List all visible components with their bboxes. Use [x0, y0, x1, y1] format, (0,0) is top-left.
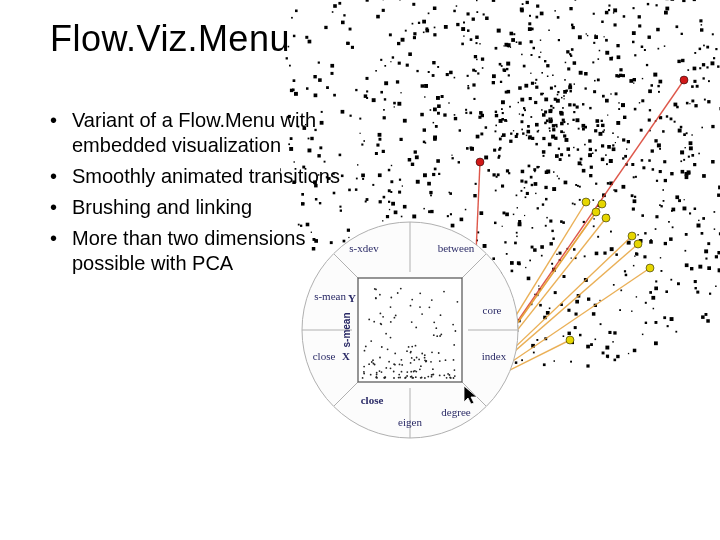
svg-rect-840 [605, 11, 609, 15]
svg-point-1133 [419, 306, 421, 308]
svg-point-1207 [394, 364, 396, 366]
svg-rect-774 [418, 22, 420, 24]
svg-rect-697 [476, 11, 478, 13]
svg-rect-307 [605, 154, 607, 156]
svg-rect-113 [597, 205, 599, 207]
svg-point-1164 [429, 306, 431, 308]
svg-rect-589 [318, 62, 320, 64]
svg-rect-638 [629, 79, 633, 83]
svg-rect-995 [542, 203, 544, 205]
svg-rect-70 [712, 33, 714, 35]
svg-point-1188 [406, 350, 408, 352]
svg-rect-237 [633, 7, 635, 9]
svg-rect-109 [515, 361, 518, 364]
svg-rect-761 [546, 217, 548, 219]
svg-rect-975 [637, 234, 638, 235]
svg-rect-393 [659, 116, 662, 119]
svg-rect-77 [525, 196, 527, 198]
svg-rect-721 [530, 176, 533, 179]
svg-rect-744 [477, 231, 479, 233]
svg-rect-462 [686, 102, 689, 105]
svg-rect-576 [376, 144, 379, 147]
svg-rect-965 [384, 81, 388, 85]
svg-rect-653 [633, 349, 637, 353]
svg-rect-18 [605, 346, 609, 350]
svg-rect-329 [604, 36, 605, 37]
svg-rect-7 [624, 270, 626, 272]
svg-rect-765 [594, 35, 598, 39]
svg-rect-57 [671, 210, 673, 212]
svg-rect-611 [636, 253, 639, 256]
svg-rect-762 [465, 109, 467, 111]
svg-rect-1010 [450, 213, 452, 215]
svg-point-1136 [394, 353, 396, 355]
svg-point-1178 [371, 361, 373, 363]
svg-rect-223 [683, 207, 687, 211]
svg-rect-681 [429, 191, 432, 194]
svg-rect-100 [472, 298, 474, 300]
svg-rect-477 [502, 226, 503, 227]
svg-rect-664 [432, 74, 435, 77]
svg-rect-185 [416, 240, 418, 242]
svg-rect-770 [581, 164, 583, 166]
svg-rect-704 [355, 188, 358, 191]
svg-point-1160 [453, 359, 455, 361]
svg-rect-879 [701, 232, 704, 235]
svg-point-1117 [388, 361, 390, 363]
svg-rect-677 [501, 65, 503, 67]
svg-rect-187 [451, 224, 455, 228]
svg-rect-851 [537, 131, 539, 133]
svg-rect-926 [661, 205, 663, 207]
svg-rect-849 [717, 65, 719, 67]
svg-rect-473 [648, 89, 652, 93]
svg-point-1159 [412, 377, 414, 379]
svg-rect-881 [558, 178, 560, 180]
svg-rect-3 [687, 69, 689, 71]
svg-rect-729 [378, 133, 382, 137]
svg-point-1199 [438, 352, 440, 354]
svg-rect-891 [524, 109, 526, 111]
svg-rect-54 [421, 84, 424, 87]
svg-point-1141 [427, 376, 429, 378]
menu-label: between [438, 242, 475, 254]
svg-point-1205 [380, 323, 382, 325]
svg-rect-372 [495, 125, 497, 127]
svg-rect-955 [366, 77, 369, 80]
svg-point-1166 [365, 346, 367, 348]
svg-point-1047 [680, 76, 688, 84]
svg-rect-699 [366, 198, 369, 201]
svg-rect-724 [651, 149, 654, 152]
svg-rect-792 [362, 178, 364, 180]
svg-rect-754 [607, 182, 610, 185]
svg-point-1175 [387, 348, 389, 350]
svg-rect-511 [668, 221, 670, 223]
svg-rect-612 [375, 152, 378, 155]
svg-rect-402 [487, 158, 488, 159]
svg-rect-303 [663, 160, 666, 163]
svg-rect-766 [495, 130, 497, 132]
svg-rect-267 [693, 67, 697, 71]
svg-point-1206 [424, 377, 426, 379]
svg-rect-542 [380, 59, 382, 61]
svg-rect-723 [551, 118, 553, 120]
svg-rect-479 [605, 99, 609, 103]
svg-rect-880 [424, 96, 425, 97]
svg-rect-708 [659, 170, 662, 173]
svg-rect-581 [551, 230, 553, 232]
svg-rect-478 [495, 190, 497, 192]
svg-rect-326 [659, 80, 663, 84]
svg-rect-1024 [550, 87, 553, 90]
svg-rect-562 [538, 56, 540, 58]
svg-rect-21 [509, 140, 512, 143]
svg-rect-413 [587, 35, 588, 36]
svg-rect-63 [526, 192, 529, 195]
svg-rect-834 [535, 79, 537, 81]
svg-rect-595 [447, 284, 451, 288]
svg-rect-707 [333, 4, 337, 8]
svg-point-1138 [390, 367, 392, 369]
svg-rect-235 [521, 54, 523, 56]
svg-rect-1005 [412, 23, 414, 25]
svg-rect-423 [524, 215, 525, 216]
svg-rect-209 [573, 104, 576, 107]
svg-rect-778 [587, 298, 590, 301]
